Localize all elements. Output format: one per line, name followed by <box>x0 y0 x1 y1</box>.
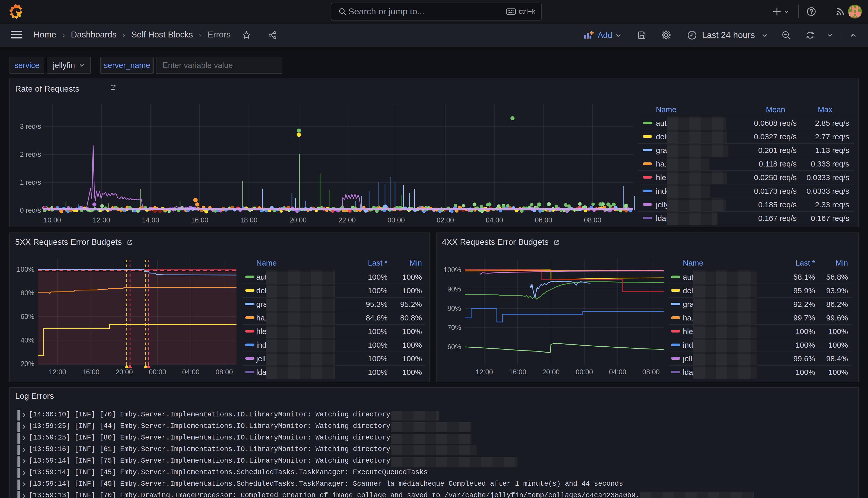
svg-text:18:00: 18:00 <box>240 216 257 224</box>
svg-text:12:00: 12:00 <box>476 368 493 376</box>
svg-text:00:00: 00:00 <box>149 368 166 376</box>
svg-text:08:00: 08:00 <box>642 368 660 376</box>
svg-text:3 req/s: 3 req/s <box>20 123 41 130</box>
svg-text:08:00: 08:00 <box>215 368 233 376</box>
svg-text:22:00: 22:00 <box>338 216 356 224</box>
svg-text:0 req/s: 0 req/s <box>20 207 41 214</box>
svg-text:16:00: 16:00 <box>191 216 209 224</box>
svg-text:04:00: 04:00 <box>609 368 626 376</box>
svg-text:12:00: 12:00 <box>49 368 66 376</box>
svg-text:00:00: 00:00 <box>576 368 593 376</box>
svg-text:80%: 80% <box>448 304 461 312</box>
svg-text:1 req/s: 1 req/s <box>20 179 41 186</box>
svg-text:02:00: 02:00 <box>437 216 454 224</box>
svg-text:04:00: 04:00 <box>182 368 200 376</box>
svg-text:08:00: 08:00 <box>584 216 601 224</box>
svg-text:70%: 70% <box>448 324 461 331</box>
svg-text:100%: 100% <box>17 265 35 273</box>
svg-text:16:00: 16:00 <box>82 368 99 376</box>
svg-text:20%: 20% <box>21 360 35 368</box>
svg-text:80%: 80% <box>21 289 35 297</box>
svg-text:04:00: 04:00 <box>486 216 503 224</box>
svg-text:10:00: 10:00 <box>44 216 61 224</box>
svg-text:20:00: 20:00 <box>116 368 133 376</box>
svg-text:60%: 60% <box>448 343 461 351</box>
svg-text:60%: 60% <box>21 313 35 320</box>
svg-text:00:00: 00:00 <box>388 216 405 224</box>
svg-text:2 req/s: 2 req/s <box>20 150 41 158</box>
svg-text:16:00: 16:00 <box>509 368 526 376</box>
svg-text:20:00: 20:00 <box>542 368 560 376</box>
svg-text:90%: 90% <box>448 285 461 293</box>
svg-text:14:00: 14:00 <box>142 216 159 224</box>
svg-text:12:00: 12:00 <box>93 216 110 224</box>
svg-text:20:00: 20:00 <box>289 216 307 224</box>
svg-text:40%: 40% <box>21 336 35 344</box>
svg-text:100%: 100% <box>443 266 461 274</box>
svg-text:06:00: 06:00 <box>535 216 552 224</box>
